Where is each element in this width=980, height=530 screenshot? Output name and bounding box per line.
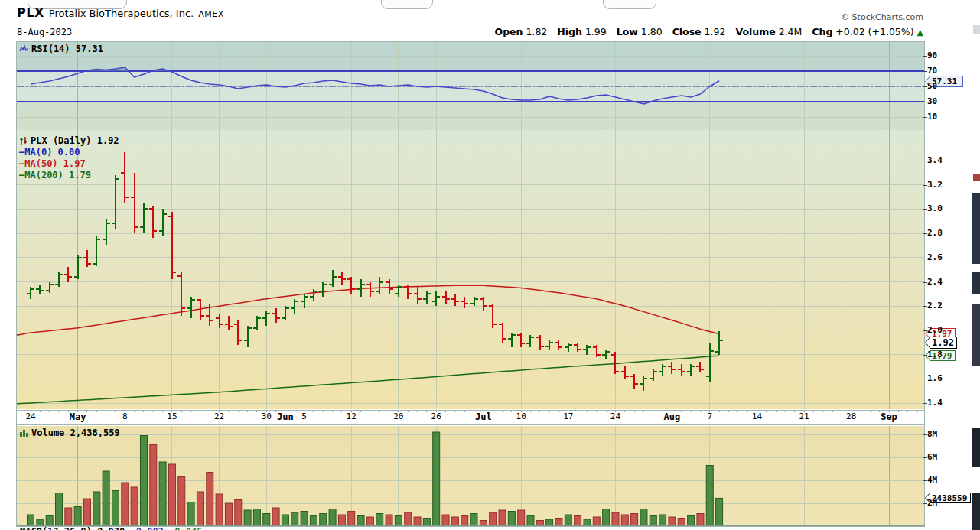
volume-legend-label: Volume 2,438,559 bbox=[31, 428, 120, 438]
chg-label: Chg bbox=[812, 26, 832, 37]
axis-tick-mark bbox=[923, 185, 927, 186]
copyright-note: © StockCharts.com bbox=[841, 12, 923, 22]
right-edge-artifact bbox=[973, 25, 980, 34]
date-axis-label: Sep bbox=[876, 411, 902, 422]
ticker-symbol: PLX bbox=[17, 5, 44, 20]
updown-arrows-icon bbox=[19, 136, 28, 148]
axis-tick-mark bbox=[923, 282, 927, 283]
rsi-axis-label: 90 bbox=[927, 50, 937, 60]
date-axis-label: 10 bbox=[508, 411, 534, 421]
right-edge-artifact bbox=[972, 428, 980, 467]
date-axis-label: 21 bbox=[791, 411, 817, 421]
date-axis-label: 14 bbox=[744, 411, 770, 421]
axis-tick-mark bbox=[923, 233, 927, 234]
high-value: 1.99 bbox=[585, 26, 607, 37]
axis-tick-mark bbox=[923, 161, 927, 161]
right-edge-artifact bbox=[973, 174, 980, 181]
price-legend-label: PLX (Daily) 1.92 bbox=[31, 135, 119, 146]
volume-axis-label: 2M bbox=[927, 498, 937, 508]
close-value-tag: 1.92 bbox=[925, 337, 957, 349]
price-legend-title: PLX (Daily) 1.92 bbox=[19, 135, 119, 148]
top-cutoff-button[interactable] bbox=[603, 0, 656, 9]
date-axis-label: 26 bbox=[423, 411, 449, 421]
right-edge-artifact bbox=[972, 272, 980, 294]
rsi-axis-label: 70 bbox=[927, 66, 937, 76]
right-edge-artifact bbox=[972, 304, 980, 366]
chg-value: +0.02 (+1.05%) bbox=[835, 26, 913, 37]
macd-label: MACD(12,26,9) bbox=[20, 526, 92, 530]
axis-tick-mark bbox=[923, 56, 927, 57]
price-axis-label: 2.6 bbox=[927, 252, 943, 262]
macd-value2: 0.002, bbox=[131, 526, 170, 530]
close-tag-text: 1.92 bbox=[932, 337, 954, 348]
price-plot bbox=[17, 130, 924, 409]
macd-value1: 0.070, bbox=[92, 526, 131, 530]
ma0-label: MA(0) 0.00 bbox=[24, 147, 80, 158]
volume-bars-icon bbox=[19, 428, 29, 440]
quote-summary: Open 1.82 High 1.99 Low 1.80 Close 1.92 … bbox=[488, 26, 923, 37]
top-cutoff-tab[interactable] bbox=[381, 0, 433, 9]
axis-tick-mark bbox=[923, 457, 927, 458]
rsi-axis-label: 30 bbox=[927, 96, 937, 106]
company-name: Protalix BioTherapeutics, Inc. bbox=[49, 8, 194, 19]
volume-label: Volume bbox=[735, 26, 775, 37]
axis-tick-mark bbox=[923, 117, 927, 118]
price-axis-label: 2.2 bbox=[927, 301, 943, 311]
price-axis-label: 2.8 bbox=[927, 228, 943, 238]
date-axis-label: 12 bbox=[338, 411, 364, 421]
date-axis-label: Jul bbox=[470, 411, 497, 422]
price-axis-label: 3.4 bbox=[927, 155, 943, 165]
axis-tick-mark bbox=[923, 330, 927, 331]
up-arrow-icon: ▲ bbox=[917, 28, 923, 37]
price-axis-label: 1.6 bbox=[927, 373, 943, 383]
ma0-legend: —MA(0) 0.00 bbox=[19, 147, 80, 158]
date-axis-label: 7 bbox=[697, 411, 723, 421]
date-axis-label: 28 bbox=[838, 411, 864, 421]
volume-axis-label: 6M bbox=[927, 452, 937, 462]
date-axis-label: 24 bbox=[602, 411, 628, 421]
axis-tick-mark bbox=[923, 434, 927, 435]
date-axis-label: Aug bbox=[659, 411, 685, 422]
axis-tick-mark bbox=[923, 480, 927, 481]
price-axis-label: 1.4 bbox=[927, 398, 943, 408]
volume-legend: Volume 2,438,559 bbox=[19, 428, 120, 440]
axis-tick-mark bbox=[923, 306, 927, 307]
macd-value3: 0.045 bbox=[169, 526, 202, 530]
axis-tick-mark bbox=[923, 503, 927, 504]
high-label: High bbox=[557, 26, 582, 37]
rsi-axis-label: 10 bbox=[927, 112, 937, 122]
date-axis-label: 24 bbox=[18, 411, 44, 421]
ma200-legend: —MA(200) 1.79 bbox=[19, 170, 91, 180]
ma50-legend: —MA(50) 1.97 bbox=[19, 158, 86, 169]
axis-tick-mark bbox=[923, 355, 927, 356]
rsi-legend: RSI(14) 57.31 bbox=[19, 44, 103, 56]
rsi-legend-label: RSI(14) 57.31 bbox=[31, 44, 103, 54]
ma200-label: MA(200) 1.79 bbox=[24, 170, 91, 180]
clipped-macd-legend: MACD(12,26,9) 0.070, 0.002, 0.045 bbox=[20, 526, 202, 530]
right-edge-artifact bbox=[972, 493, 980, 530]
chart-date: 8-Aug-2023 bbox=[17, 27, 72, 37]
date-axis-label: 15 bbox=[159, 411, 185, 421]
date-axis-label: 22 bbox=[207, 411, 233, 421]
date-axis-label: 8 bbox=[112, 411, 138, 421]
date-axis-label: May bbox=[65, 411, 91, 422]
low-value: 1.80 bbox=[641, 26, 663, 37]
price-axis-label: 2.4 bbox=[927, 277, 943, 287]
open-value: 1.82 bbox=[526, 26, 547, 37]
rsi-plot bbox=[17, 42, 924, 130]
chart-header: PLXProtalix BioTherapeutics, Inc.AMEX bbox=[17, 5, 224, 20]
axis-tick-mark bbox=[923, 102, 927, 102]
rsi-wave-icon bbox=[19, 44, 29, 56]
volume-axis-label: 8M bbox=[927, 429, 937, 439]
axis-tick-mark bbox=[923, 379, 927, 379]
rsi-panel bbox=[17, 42, 924, 130]
stockcharts-daily-chart: PLXProtalix BioTherapeutics, Inc.AMEX © … bbox=[0, 0, 980, 530]
date-axis-label: 20 bbox=[386, 411, 412, 421]
date-axis-label: 17 bbox=[555, 411, 581, 421]
low-label: Low bbox=[617, 26, 638, 37]
price-axis-label: 3.2 bbox=[927, 180, 943, 190]
ma50-label: MA(50) 1.97 bbox=[24, 158, 85, 169]
date-axis-label: 5 bbox=[291, 411, 317, 421]
axis-tick-mark bbox=[923, 71, 927, 72]
axis-tick-mark bbox=[923, 258, 927, 258]
